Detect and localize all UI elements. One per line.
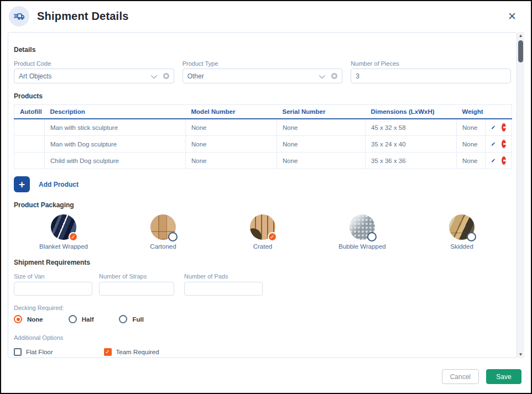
products-heading: Products <box>14 92 511 100</box>
decking-option-none[interactable]: None <box>14 315 43 323</box>
blanket-wrapped-image <box>51 214 76 240</box>
product-code-label: Product Code <box>14 60 174 67</box>
products-table: Autofill Description Model Number Serial… <box>14 104 512 169</box>
modal-footer: Cancel Save <box>1 369 531 384</box>
description-cell: Man with stick sculpture <box>45 119 186 136</box>
crated-image <box>250 214 275 240</box>
product-type-field: Product Type Other <box>182 60 343 83</box>
product-code-field: Product Code Art Objects <box>14 60 174 83</box>
cartoned-image <box>150 214 176 240</box>
weight-cell: None <box>457 136 486 153</box>
team-required-checkbox[interactable]: Team Required <box>104 348 159 356</box>
model-cell: None <box>186 153 277 169</box>
size-of-van-input[interactable] <box>14 282 92 296</box>
scrollbar-thumb[interactable] <box>518 40 523 62</box>
actions-cell <box>486 119 512 136</box>
edit-icon[interactable] <box>491 156 496 165</box>
col-serial-number: Serial Number <box>277 105 366 119</box>
packaging-option-cartoned[interactable]: Cartoned <box>113 214 213 250</box>
size-of-van-label: Size of Van <box>14 273 92 280</box>
number-of-straps-label: Number of Straps <box>99 273 174 280</box>
number-of-pads-input[interactable] <box>184 282 263 296</box>
chevron-down-icon <box>319 72 325 78</box>
size-of-van-field: Size of Van <box>14 273 92 296</box>
packaging-check-badge[interactable] <box>268 232 277 241</box>
packaging-option-blanket-wrapped[interactable]: Blanket Wrapped <box>14 214 113 250</box>
page-title: Shipment Details <box>37 10 128 23</box>
number-of-pads-label: Number of Pads <box>184 273 263 280</box>
number-of-pieces-input-wrap <box>351 69 511 83</box>
weight-cell: None <box>457 119 486 136</box>
radio-icon[interactable] <box>119 315 127 323</box>
packaging-heading: Product Packaging <box>14 201 511 209</box>
number-of-pieces-input[interactable] <box>356 72 506 80</box>
vertical-scrollbar[interactable]: ▲ ▼ <box>517 32 524 358</box>
flat-floor-label: Flat Floor <box>26 349 53 355</box>
modal-body: Details Product Code Art Objects Product… <box>1 31 531 359</box>
packaging-check-badge[interactable] <box>367 232 377 241</box>
clear-icon <box>163 73 169 79</box>
save-button[interactable]: Save <box>486 369 521 384</box>
packaging-option-crated[interactable]: Crated <box>213 214 312 250</box>
checkbox-icon[interactable] <box>14 348 22 356</box>
serial-cell: None <box>277 136 366 153</box>
product-type-select[interactable]: Other <box>182 69 343 83</box>
model-cell: None <box>186 136 277 153</box>
col-weight: Weight <box>457 105 486 119</box>
packaging-check-badge[interactable] <box>168 232 178 241</box>
packaging-label: Skidded <box>450 243 473 250</box>
packaging-option-skidded[interactable]: Skidded <box>412 214 512 250</box>
packaging-option-bubble-wrapped[interactable]: Bubble Wrapped <box>312 214 412 250</box>
col-model-number: Model Number <box>186 105 277 119</box>
details-heading: Details <box>14 46 511 54</box>
shipment-details-modal: Shipment Details ✕ Details Product Code … <box>0 0 532 394</box>
add-product-button[interactable]: + Add Product <box>14 176 511 192</box>
packaging-label: Bubble Wrapped <box>338 243 385 250</box>
number-of-pieces-field: Number of Pieces <box>351 60 511 83</box>
remove-icon[interactable] <box>502 123 506 132</box>
chevron-down-icon <box>150 72 157 78</box>
packaging-label: Crated <box>253 243 273 250</box>
remove-icon[interactable] <box>502 140 506 148</box>
actions-cell <box>486 136 512 153</box>
edit-icon[interactable] <box>491 140 496 148</box>
scroll-down-icon[interactable]: ▼ <box>517 351 524 358</box>
edit-icon[interactable] <box>491 123 496 132</box>
product-code-select[interactable]: Art Objects <box>14 69 174 83</box>
radio-icon[interactable] <box>14 315 22 323</box>
skidded-image <box>449 214 474 240</box>
autofill-cell <box>14 119 45 136</box>
autofill-cell <box>14 136 45 153</box>
clear-icon <box>331 73 337 79</box>
checkbox-icon[interactable] <box>104 348 112 356</box>
shipment-avatar <box>9 6 29 27</box>
col-description: Description <box>45 105 186 119</box>
remove-icon[interactable] <box>502 156 506 165</box>
number-of-straps-field: Number of Straps <box>99 273 174 296</box>
flat-floor-checkbox[interactable]: Flat Floor <box>14 348 53 356</box>
add-product-label: Add Product <box>39 181 79 188</box>
dimensions-cell: 35 x 24 x 40 <box>366 136 457 153</box>
cancel-button[interactable]: Cancel <box>442 369 479 384</box>
additional-options-group: Flat Floor Team Required <box>14 348 511 356</box>
radio-icon[interactable] <box>69 315 77 323</box>
details-fields: Product Code Art Objects Product Type Ot… <box>14 60 511 83</box>
truck-icon <box>13 10 25 22</box>
packaging-check-badge[interactable] <box>467 232 476 241</box>
packaging-check-badge[interactable] <box>69 232 78 241</box>
plus-icon: + <box>14 176 30 192</box>
scroll-up-icon[interactable]: ▲ <box>517 32 524 39</box>
number-of-straps-input[interactable] <box>99 282 174 296</box>
packaging-label: Cartoned <box>150 243 176 250</box>
table-row: Man with Dog sculpture None None 35 x 24… <box>14 136 512 153</box>
decking-option-label: None <box>27 316 43 323</box>
decking-option-full[interactable]: Full <box>119 315 143 323</box>
decking-required-label: Decking Required: <box>14 304 511 311</box>
additional-options-label: Additional Options <box>14 334 511 341</box>
packaging-options: Blanket Wrapped Cartoned Crated <box>14 214 512 250</box>
requirements-heading: Shipment Requirements <box>14 259 511 266</box>
modal-header: Shipment Details ✕ <box>1 1 531 31</box>
close-icon[interactable]: ✕ <box>508 11 517 22</box>
decking-option-half[interactable]: Half <box>69 315 94 323</box>
requirements-fields: Size of Van Number of Straps Number of P… <box>14 273 511 296</box>
